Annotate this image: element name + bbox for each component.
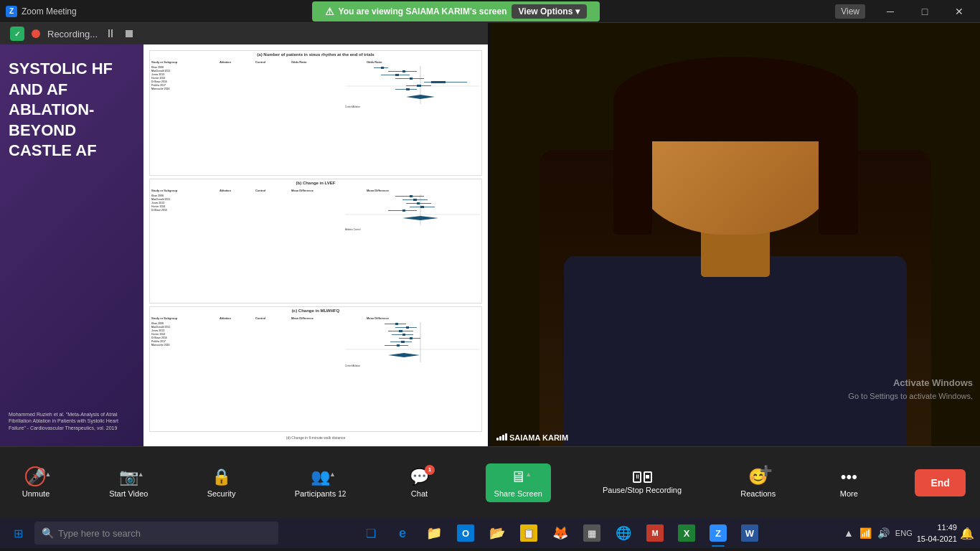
- stop-recording-icon[interactable]: ⏹: [123, 27, 135, 40]
- close-button[interactable]: ✕: [943, 0, 976, 23]
- signal-bar-3: [502, 435, 504, 441]
- pause-stop-recording-button[interactable]: ⏸ ⏹ Pause/Stop Recording: [595, 467, 689, 499]
- svg-text:Hunter 2014: Hunter 2014: [151, 333, 165, 336]
- main-content: ✓ Recording... ⏸ ⏹ SYSTOLIC HF AND AF AB…: [0, 23, 980, 446]
- reactions-label: Reactions: [740, 489, 776, 498]
- svg-text:Odds Ratio: Odds Ratio: [367, 60, 382, 64]
- outlook-app[interactable]: Ο: [451, 518, 481, 548]
- slide-title: SYSTOLIC HF AND AF ABLATION- BEYOND CAST…: [9, 59, 135, 161]
- svg-text:Control  Ablation: Control Ablation: [345, 364, 361, 367]
- svg-text:MacDonald 2011: MacDonald 2011: [151, 70, 171, 72]
- show-hidden-icon[interactable]: ▲: [842, 527, 855, 539]
- language-indicator[interactable]: ENG: [894, 529, 914, 537]
- forest-title-b: (b) Change in LVEF: [151, 181, 480, 185]
- slide-citation: Mohammed Ruzieh et al. "Meta-Analysis of…: [9, 411, 135, 432]
- svg-text:Control: Control: [255, 189, 265, 192]
- forest-plot-a: (a) Number of patients in sinus rhythm a…: [149, 50, 482, 176]
- security-icon: 🔒: [212, 468, 231, 486]
- svg-text:Odds Ratio: Odds Ratio: [291, 60, 307, 64]
- unmute-button[interactable]: 🎤 ✕ ▲ Unmute: [14, 463, 57, 502]
- folder-app[interactable]: 📂: [482, 518, 512, 548]
- slide-right-panel: (a) Number of patients in sinus rhythm a…: [143, 44, 488, 446]
- titlebar-left: Z Zoom Meeting: [0, 6, 77, 17]
- view-options-button[interactable]: View Options ▾: [512, 4, 588, 19]
- chrome-icon: 🌐: [616, 525, 631, 541]
- word-app[interactable]: W: [735, 518, 765, 548]
- windows-icon: ⊞: [14, 527, 23, 540]
- zoom-app[interactable]: Z: [703, 518, 733, 548]
- title-bar: Z Zoom Meeting ⚠ You are viewing SAIAMA …: [0, 0, 980, 23]
- zoom-icon: Z: [6, 6, 17, 17]
- svg-text:Ablation: Ablation: [220, 189, 232, 192]
- svg-text:Marrouche 2018: Marrouche 2018: [151, 88, 170, 90]
- reactions-button[interactable]: 😊 ➕ Reactions: [733, 463, 783, 502]
- svg-text:Ablation  Control: Ablation Control: [345, 228, 361, 231]
- pause-stop-label: Pause/Stop Recording: [603, 486, 682, 494]
- participant-name-badge: SAIAMA KARIM: [509, 433, 568, 442]
- svg-text:Ablation: Ablation: [220, 316, 232, 320]
- forest-title-c: (c) Change in MLWHFQ: [151, 309, 480, 313]
- notification-icon[interactable]: 🔔: [960, 527, 974, 540]
- shield-icon: ✓: [10, 27, 24, 41]
- firefox-app[interactable]: 🦊: [545, 518, 575, 548]
- security-button[interactable]: 🔒 Security: [200, 463, 243, 502]
- svg-text:Study or Subgroup: Study or Subgroup: [151, 189, 178, 192]
- more-button[interactable]: ••• More: [827, 463, 870, 502]
- video-caret[interactable]: ▲: [138, 471, 144, 478]
- search-icon: 🔍: [42, 527, 54, 539]
- chat-label: Chat: [411, 489, 428, 498]
- windows-start-button[interactable]: ⊞: [3, 518, 33, 548]
- activate-title: Activate Windows: [848, 376, 973, 391]
- recording-dot: [32, 29, 40, 38]
- svg-text:Study or Subgroup: Study or Subgroup: [151, 316, 178, 320]
- pause-recording-icon[interactable]: ⏸: [105, 27, 116, 40]
- taskbar-apps: ❑ e 📁 Ο 📂 📋 🦊 ▦ 🌐 M X: [356, 518, 765, 548]
- zoom-app-icon: Z: [710, 524, 727, 542]
- calculator-app[interactable]: ▦: [577, 518, 607, 548]
- chrome-app[interactable]: 🌐: [608, 518, 639, 548]
- svg-marker-82: [388, 353, 420, 357]
- excel-app[interactable]: X: [672, 518, 702, 548]
- share-screen-caret[interactable]: ▲: [525, 471, 532, 478]
- task-view-button[interactable]: ❑: [356, 518, 386, 548]
- notepad-app[interactable]: 📋: [514, 518, 544, 548]
- system-clock[interactable]: 11:49 15-04-2021: [917, 522, 957, 545]
- edge-app[interactable]: e: [387, 518, 418, 548]
- start-video-button[interactable]: 📷 ▲ Start Video: [102, 463, 155, 502]
- share-screen-button[interactable]: 🖥 ▲ Share Screen: [486, 463, 551, 502]
- word-icon: W: [741, 524, 758, 542]
- task-view-icon: ❑: [366, 527, 376, 540]
- unmute-caret[interactable]: ▲: [45, 471, 52, 478]
- more-label: More: [840, 489, 858, 498]
- svg-text:Marrouche 2018: Marrouche 2018: [151, 344, 170, 347]
- participants-button[interactable]: 👥 ▲ Participants 12: [288, 463, 354, 502]
- file-explorer-app[interactable]: 📁: [419, 518, 449, 548]
- slide-left-panel: SYSTOLIC HF AND AF ABLATION- BEYOND CAST…: [0, 44, 143, 446]
- svg-text:Khan 2008: Khan 2008: [151, 66, 164, 69]
- recording-icon: ⏸ ⏹: [633, 471, 652, 483]
- minimize-button[interactable]: ─: [874, 0, 907, 23]
- folder2-icon: 📂: [489, 525, 505, 541]
- svg-text:MacDonald 2011: MacDonald 2011: [151, 326, 171, 329]
- webcam-video: SAIAMA KARIM Activate Windows Go to Sett…: [491, 23, 980, 446]
- titlebar-controls: View ─ □ ✕: [835, 0, 980, 23]
- activate-windows-watermark: Activate Windows Go to Settings to activ…: [848, 376, 973, 403]
- banner-text: You are viewing SAIAMA KARIM's screen: [339, 6, 507, 17]
- maximize-button[interactable]: □: [908, 0, 941, 23]
- network-icon[interactable]: 📶: [858, 527, 873, 539]
- search-bar[interactable]: 🔍 Type here to search: [34, 522, 278, 545]
- toolbar: 🎤 ✕ ▲ Unmute 📷 ▲ Start Video 🔒 Security …: [0, 446, 980, 518]
- signal-bar-2: [499, 436, 501, 441]
- folder-icon: 📁: [426, 525, 442, 541]
- svg-text:Control  Ablation: Control Ablation: [345, 105, 361, 108]
- chat-button[interactable]: 💬 1 Chat: [397, 463, 440, 502]
- taskbar-right: ▲ 📶 🔊 ENG 11:49 15-04-2021 🔔: [842, 522, 977, 545]
- participants-caret[interactable]: ▲: [329, 471, 336, 478]
- end-button[interactable]: End: [915, 469, 965, 496]
- view-button[interactable]: View: [835, 4, 865, 19]
- mcafee-app[interactable]: M: [640, 518, 670, 548]
- signal-strength-icon: [496, 433, 507, 441]
- system-tray: ▲ 📶 🔊 ENG: [842, 527, 914, 539]
- speaker-icon[interactable]: 🔊: [876, 527, 891, 539]
- svg-text:Di Biase 2016: Di Biase 2016: [151, 336, 167, 339]
